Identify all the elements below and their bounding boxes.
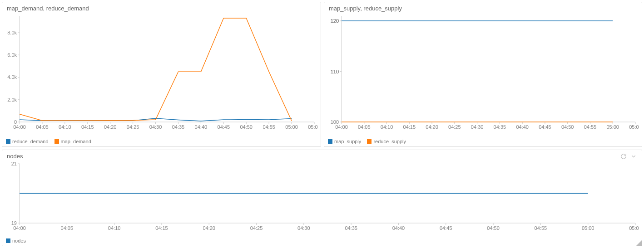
dashboard: map_demand, reduce_demand 02.0k4.0k6.0k8… [0, 0, 644, 248]
svg-text:05:05: 05:05 [629, 124, 639, 130]
svg-text:05:00: 05:00 [606, 124, 619, 130]
svg-text:04:15: 04:15 [155, 225, 168, 231]
svg-text:04:30: 04:30 [297, 225, 310, 231]
series-line [20, 18, 292, 121]
legend-swatch [367, 139, 372, 144]
legend-label: reduce_supply [373, 139, 406, 144]
svg-text:110: 110 [331, 69, 339, 74]
legend-nodes: nodes [6, 238, 30, 244]
chart-supply: 10011011012012004:0004:0504:1004:1504:20… [328, 14, 639, 131]
legend-swatch [54, 139, 59, 144]
svg-text:04:35: 04:35 [172, 124, 185, 130]
legend-label: map_supply [334, 139, 361, 144]
legend-item[interactable]: map_supply [328, 139, 361, 144]
svg-text:04:55: 04:55 [263, 124, 275, 130]
chart-demand: 02.0k4.0k6.0k8.0k04:0004:0504:1004:1504:… [6, 14, 318, 131]
svg-text:04:05: 04:05 [36, 124, 49, 130]
svg-text:04:10: 04:10 [381, 124, 393, 130]
svg-text:120: 120 [331, 18, 339, 24]
svg-text:04:30: 04:30 [149, 124, 162, 130]
svg-text:2.0k: 2.0k [7, 97, 17, 102]
panel-supply: map_supply, reduce_supply 10011011012012… [324, 2, 642, 147]
svg-text:04:55: 04:55 [535, 225, 547, 231]
svg-text:05:05: 05:05 [308, 124, 318, 130]
svg-text:04:40: 04:40 [516, 124, 529, 130]
panel-demand: map_demand, reduce_demand 02.0k4.0k6.0k8… [2, 2, 321, 147]
svg-text:04:35: 04:35 [494, 124, 506, 130]
svg-text:8.0k: 8.0k [7, 30, 17, 35]
svg-text:05:00: 05:00 [285, 124, 298, 130]
svg-text:21: 21 [11, 162, 17, 166]
legend-label: reduce_demand [12, 139, 49, 144]
svg-text:04:00: 04:00 [13, 225, 26, 231]
svg-text:04:20: 04:20 [104, 124, 117, 130]
resize-handle-icon[interactable] [636, 240, 642, 246]
svg-text:04:10: 04:10 [108, 225, 121, 231]
svg-text:04:15: 04:15 [81, 124, 94, 130]
legend-item[interactable]: reduce_supply [367, 139, 406, 144]
svg-text:04:45: 04:45 [440, 225, 452, 231]
svg-text:04:40: 04:40 [392, 225, 405, 231]
panel-title: map_demand, reduce_demand [2, 2, 321, 12]
svg-text:04:05: 04:05 [61, 225, 74, 231]
legend-supply: map_supply reduce_supply [328, 139, 411, 145]
panel-title: nodes [2, 150, 642, 160]
legend-demand: reduce_demand map_demand [6, 139, 96, 145]
legend-swatch [6, 139, 10, 144]
svg-text:04:40: 04:40 [195, 124, 208, 130]
svg-text:6.0k: 6.0k [7, 52, 17, 58]
chart-nodes: 192104:0004:0504:1004:1504:2004:2504:300… [6, 162, 639, 232]
svg-text:04:30: 04:30 [471, 124, 484, 130]
svg-text:04:50: 04:50 [487, 225, 500, 231]
legend-label: map_demand [61, 139, 91, 144]
svg-text:4.0k: 4.0k [7, 74, 17, 80]
svg-text:04:50: 04:50 [240, 124, 253, 130]
svg-text:04:35: 04:35 [345, 225, 357, 231]
legend-swatch [328, 139, 332, 144]
svg-text:04:45: 04:45 [539, 124, 551, 130]
svg-text:04:10: 04:10 [59, 124, 71, 130]
chevron-down-icon[interactable] [630, 153, 637, 160]
legend-item[interactable]: map_demand [54, 139, 91, 144]
svg-text:04:20: 04:20 [203, 225, 215, 231]
svg-text:04:00: 04:00 [335, 124, 348, 130]
legend-swatch [6, 238, 10, 243]
legend-item[interactable]: nodes [6, 238, 26, 243]
svg-text:04:25: 04:25 [250, 225, 263, 231]
svg-text:04:55: 04:55 [584, 124, 597, 130]
svg-text:04:05: 04:05 [358, 124, 371, 130]
svg-text:05:05: 05:05 [629, 225, 639, 231]
legend-item[interactable]: reduce_demand [6, 139, 49, 144]
svg-text:04:00: 04:00 [13, 124, 26, 130]
panel-nodes: nodes 192104:0004:0504:1004:1504:2004:25… [2, 150, 642, 246]
svg-text:04:20: 04:20 [426, 124, 438, 130]
refresh-icon[interactable] [620, 153, 627, 160]
panel-title: map_supply, reduce_supply [324, 2, 642, 12]
svg-text:05:00: 05:00 [582, 225, 594, 231]
svg-text:04:25: 04:25 [127, 124, 139, 130]
svg-text:04:45: 04:45 [218, 124, 230, 130]
svg-text:04:25: 04:25 [448, 124, 461, 130]
svg-text:04:15: 04:15 [403, 124, 416, 130]
svg-text:04:50: 04:50 [561, 124, 574, 130]
legend-label: nodes [12, 238, 26, 243]
